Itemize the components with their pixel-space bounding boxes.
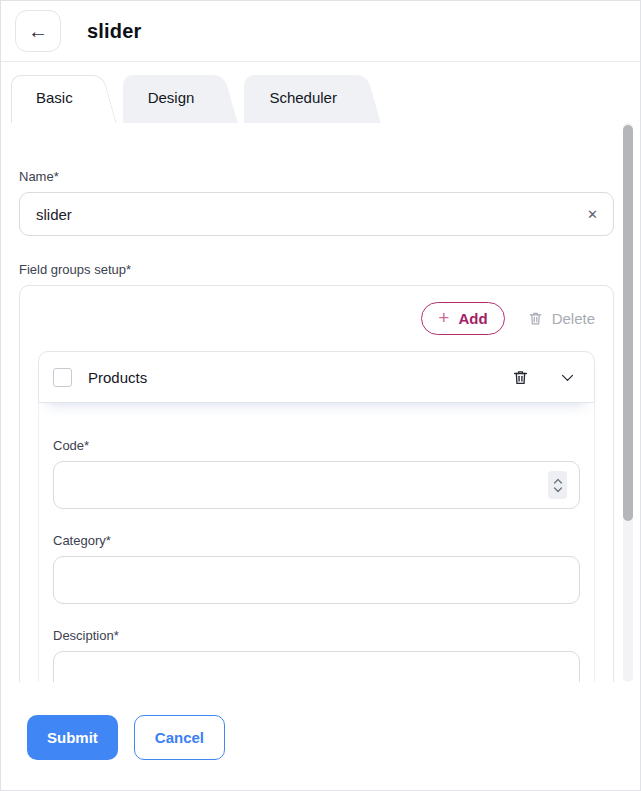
group-title: Products [88, 369, 511, 386]
submit-button[interactable]: Submit [27, 715, 118, 760]
add-button-label: Add [458, 310, 487, 327]
delete-group-button[interactable]: Delete [527, 310, 595, 327]
number-spinner[interactable] [548, 471, 567, 499]
trash-icon [527, 310, 544, 327]
cancel-button[interactable]: Cancel [134, 715, 225, 760]
plus-icon: + [438, 308, 449, 327]
scrollbar-thumb[interactable] [623, 125, 633, 521]
field-groups-label: Field groups setup* [19, 262, 614, 277]
page-title: slider [87, 20, 142, 43]
collapse-group-button[interactable] [559, 369, 576, 386]
code-field-wrap [53, 461, 580, 509]
name-field-label: Name* [19, 169, 614, 184]
desciption-input[interactable] [54, 652, 579, 682]
code-field-label: Code* [53, 438, 580, 453]
trash-icon [511, 368, 530, 387]
tab-basic-label: Basic [11, 75, 103, 106]
category-field-wrap [53, 556, 580, 604]
tab-basic[interactable]: Basic [11, 75, 103, 123]
tab-bar: Basic Design Scheduler [1, 62, 640, 123]
desciption-field-label: Desciption* [53, 628, 580, 643]
tab-scheduler-label: Scheduler [244, 75, 367, 106]
spinner-up-down-icon [552, 476, 564, 495]
name-field-wrap: ✕ [19, 192, 614, 236]
category-field-label: Category* [53, 533, 580, 548]
form-scroll-area: Name* ✕ Field groups setup* + Add [1, 123, 640, 682]
tab-design[interactable]: Design [123, 75, 225, 123]
category-input[interactable] [54, 557, 579, 603]
delete-group-row-button[interactable] [511, 368, 530, 387]
tab-design-label: Design [123, 75, 225, 106]
group-toolbar: + Add Delete [38, 302, 595, 335]
tab-scheduler[interactable]: Scheduler [244, 75, 367, 123]
group-panel-header[interactable]: Products [38, 351, 595, 403]
group-panel-body: Code* Category* Desciption* [38, 403, 595, 682]
name-input[interactable] [20, 193, 613, 235]
back-arrow-icon: ← [28, 20, 48, 43]
add-group-button[interactable]: + Add [421, 302, 504, 335]
chevron-down-icon [559, 369, 576, 386]
footer: Submit Cancel [1, 682, 640, 789]
header: ← slider [1, 1, 640, 62]
back-button[interactable]: ← [15, 10, 61, 52]
delete-button-label: Delete [552, 310, 595, 327]
clear-input-icon[interactable]: ✕ [587, 208, 598, 221]
slider-editor-window: ← slider Basic Design Scheduler Name* ✕ … [0, 0, 641, 791]
field-groups-container: + Add Delete Products [19, 285, 614, 682]
group-panel-products: Products Code* [38, 351, 595, 682]
code-input[interactable] [54, 462, 579, 508]
group-checkbox[interactable] [53, 368, 72, 387]
desciption-field-wrap [53, 651, 580, 682]
